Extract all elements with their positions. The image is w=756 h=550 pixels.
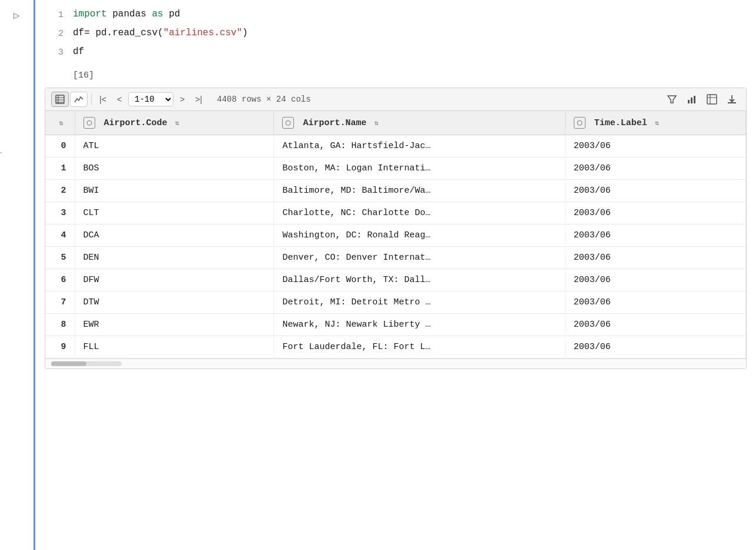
cell-name: Detroit, MI: Detroit Metro … (274, 291, 565, 314)
notebook-cell: ▷ ☞ 1 import pandas as pd 2 df= pd.read_… (0, 0, 756, 550)
table-body: 0 ATL Atlanta, GA: Hartsfield-Jac… 2003/… (45, 135, 746, 358)
cell-name: Newark, NJ: Newark Liberty … (274, 314, 565, 336)
svg-marker-5 (668, 96, 676, 103)
cell-code: BOS (75, 157, 274, 180)
row-info: 4408 rows × 24 cols (217, 95, 663, 104)
sort-airport-name[interactable]: ⇅ (374, 119, 379, 128)
df-table-wrap: ⇅ ⬡ Airport.Code ⇅ ⬡ Airport.Name ⇅ (45, 111, 746, 358)
cell-name: Denver, CO: Denver Internat… (274, 247, 565, 269)
cell-time: 2003/06 (565, 135, 745, 157)
header-row: ⇅ ⬡ Airport.Code ⇅ ⬡ Airport.Name ⇅ (45, 111, 746, 135)
code-line-3: 3 df (47, 45, 744, 60)
table-row: 1 BOS Boston, MA: Logan Internati… 2003/… (45, 157, 746, 180)
cell-name: Fort Lauderdale, FL: Fort L… (274, 336, 565, 358)
col-type-icon-name: ⬡ (282, 117, 294, 129)
col-label-time: Time.Label (594, 118, 647, 128)
table-row: 8 EWR Newark, NJ: Newark Liberty … 2003/… (45, 314, 746, 336)
run-button[interactable]: ▷ (14, 11, 20, 21)
code-text-2: df= pd.read_csv("airlines.csv") (73, 26, 248, 41)
col-label-airport-name: Airport.Name (303, 118, 366, 128)
toolbar-right (664, 92, 740, 107)
code-area: 1 import pandas as pd 2 df= pd.read_csv(… (35, 0, 756, 68)
cell-code: DFW (75, 269, 274, 291)
table-row: 3 CLT Charlotte, NC: Charlotte Do… 2003/… (45, 202, 746, 224)
toolbar-divider-1 (91, 93, 92, 105)
code-string-airlines: "airlines.csv" (163, 28, 242, 38)
svg-rect-8 (694, 96, 695, 103)
first-page-button[interactable]: |< (95, 92, 111, 107)
header-index: ⇅ (45, 111, 75, 135)
cell-code: DEN (75, 247, 274, 269)
cell-index: 2 (45, 180, 75, 202)
cell-name: Atlanta, GA: Hartsfield-Jac… (274, 135, 565, 157)
page-range-select[interactable]: 1-10 11-20 21-30 (128, 92, 173, 106)
code-line-2: 2 df= pd.read_csv("airlines.csv") (47, 26, 744, 41)
cell-index: 3 (45, 202, 75, 224)
df-toolbar: |< < 1-10 11-20 21-30 > >| 4408 rows × 2… (45, 88, 746, 111)
table-row: 5 DEN Denver, CO: Denver Internat… 2003/… (45, 247, 746, 269)
chart-view-button[interactable] (70, 92, 88, 107)
col-label-airport-code: Airport.Code (104, 118, 168, 128)
index-sort[interactable]: ⇅ (59, 119, 63, 128)
code-df-assign: df= pd.read_csv( (73, 28, 163, 38)
cell-code: CLT (75, 202, 274, 224)
filter-button[interactable] (664, 92, 680, 107)
pivot-button[interactable] (704, 92, 720, 107)
table-row: 9 FLL Fort Lauderdale, FL: Fort L… 2003/… (45, 336, 746, 358)
pivot-icon (707, 94, 717, 105)
next-page-button[interactable]: > (175, 92, 190, 107)
cell-code: DCA (75, 224, 274, 247)
header-airport-name: ⬡ Airport.Name ⇅ (274, 111, 565, 135)
header-airport-code: ⬡ Airport.Code ⇅ (75, 111, 274, 135)
code-text-1: import pandas as pd (73, 7, 180, 22)
cell-index: 5 (45, 247, 75, 269)
keyword-as: as (152, 9, 163, 19)
code-pandas: pandas (112, 9, 152, 19)
cell-index: 8 (45, 314, 75, 336)
filter-icon (667, 94, 677, 105)
cell-code: ATL (75, 135, 274, 157)
code-df: df (73, 46, 84, 57)
table-row: 7 DTW Detroit, MI: Detroit Metro … 2003/… (45, 291, 746, 314)
download-icon (727, 94, 737, 105)
sort-airport-code[interactable]: ⇅ (175, 119, 179, 128)
code-text-3: df (73, 45, 84, 60)
cell-name: Washington, DC: Ronald Reag… (274, 224, 565, 247)
line-number-3: 3 (47, 45, 63, 60)
horizontal-scrollbar (45, 358, 746, 368)
svg-rect-7 (691, 98, 693, 103)
line-chart-icon (74, 95, 83, 104)
sort-time-label[interactable]: ⇅ (655, 119, 659, 128)
scrollbar-thumb[interactable] (51, 361, 86, 366)
cell-content: 1 import pandas as pd 2 df= pd.read_csv(… (35, 0, 756, 550)
prev-page-button[interactable]: < (112, 92, 127, 107)
cell-sidebar: ▷ ☞ (0, 0, 35, 550)
cell-index: 4 (45, 224, 75, 247)
cell-time: 2003/06 (565, 157, 745, 180)
cell-time: 2003/06 (565, 247, 745, 269)
line-number-2: 2 (47, 26, 63, 41)
cell-code: FLL (75, 336, 274, 358)
table-header: ⇅ ⬡ Airport.Code ⇅ ⬡ Airport.Name ⇅ (45, 111, 746, 135)
keyword-import: import (73, 9, 107, 19)
svg-rect-9 (707, 95, 717, 104)
download-button[interactable] (724, 92, 740, 107)
output-label: [16] (35, 68, 756, 85)
scrollbar-track[interactable] (51, 361, 122, 366)
table-row: 0 ATL Atlanta, GA: Hartsfield-Jac… 2003/… (45, 135, 746, 157)
table-icon (55, 95, 65, 104)
dataframe-container: |< < 1-10 11-20 21-30 > >| 4408 rows × 2… (45, 88, 747, 369)
svg-rect-6 (688, 100, 690, 103)
cell-time: 2003/06 (565, 291, 745, 314)
table-view-button[interactable] (51, 92, 69, 107)
cell-name: Baltimore, MD: Baltimore/Wa… (274, 180, 565, 202)
cell-time: 2003/06 (565, 180, 745, 202)
table-row: 2 BWI Baltimore, MD: Baltimore/Wa… 2003/… (45, 180, 746, 202)
last-page-button[interactable]: >| (191, 92, 206, 107)
cell-index: 9 (45, 336, 75, 358)
cell-name: Boston, MA: Logan Internati… (274, 157, 565, 180)
cell-code: BWI (75, 180, 274, 202)
cell-code: EWR (75, 314, 274, 336)
cell-name: Charlotte, NC: Charlotte Do… (274, 202, 565, 224)
bar-chart-button[interactable] (684, 92, 700, 107)
